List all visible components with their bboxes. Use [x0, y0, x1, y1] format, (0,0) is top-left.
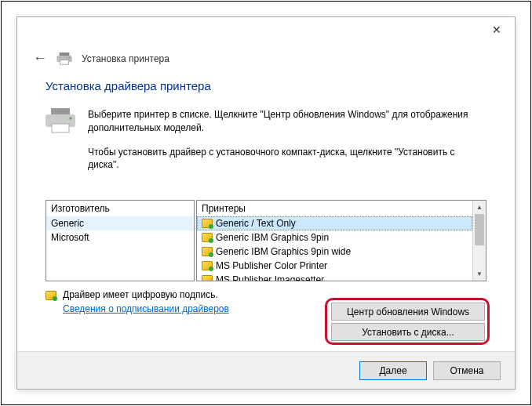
dialog-title: Установка принтера	[82, 53, 169, 64]
svg-point-3	[68, 56, 70, 58]
printer-item[interactable]: MS Publisher Color Printer	[197, 259, 472, 273]
certificate-icon	[46, 291, 56, 300]
annotation-highlight	[325, 298, 490, 345]
svg-rect-2	[60, 60, 68, 64]
back-arrow-icon[interactable]: ←	[33, 50, 47, 67]
manufacturer-header: Изготовитель	[46, 201, 194, 216]
svg-point-7	[69, 117, 72, 120]
printer-scrollbar[interactable]: ▲ ▼	[472, 201, 486, 281]
scroll-up-icon[interactable]: ▲	[473, 201, 486, 214]
signature-text: Драйвер имеет цифровую подпись.	[63, 289, 229, 300]
svg-rect-4	[51, 108, 70, 114]
scroll-down-icon[interactable]: ▼	[473, 267, 486, 281]
printer-icon	[56, 53, 72, 65]
printer-item[interactable]: Generic IBM Graphics 9pin wide	[197, 245, 472, 259]
printer-large-icon	[46, 108, 75, 133]
printer-item[interactable]: Generic IBM Graphics 9pin	[197, 230, 472, 245]
cancel-button[interactable]: Отмена	[433, 361, 501, 380]
svg-rect-6	[52, 124, 69, 132]
manufacturer-item[interactable]: Microsoft	[46, 230, 194, 245]
manufacturer-list[interactable]: Изготовитель Generic Microsoft	[46, 200, 195, 281]
printers-header: Принтеры	[197, 201, 472, 216]
next-button[interactable]: Далее	[359, 361, 427, 380]
add-printer-dialog: ✕ ← Установка принтера Установка драйвер…	[16, 16, 516, 390]
certificate-icon	[202, 275, 213, 281]
manufacturer-item[interactable]: Generic	[46, 216, 194, 230]
printer-item[interactable]: MS Publisher Imagesetter	[197, 273, 472, 281]
instruction-2: Чтобы установить драйвер с установочного…	[88, 146, 486, 172]
svg-rect-0	[60, 53, 70, 56]
printer-list[interactable]: Принтеры Generic / Text Only Generic IBM…	[196, 200, 486, 281]
certificate-icon	[202, 233, 213, 242]
certificate-icon	[202, 261, 213, 270]
certificate-icon	[202, 219, 213, 228]
certificate-icon	[202, 247, 213, 256]
page-heading: Установка драйвера принтера	[46, 79, 486, 92]
close-button[interactable]: ✕	[480, 19, 513, 41]
signature-info-link[interactable]: Сведения о подписывании драйверов	[63, 303, 229, 314]
instruction-1: Выберите принтер в списке. Щелкните "Цен…	[88, 108, 486, 135]
printer-item[interactable]: Generic / Text Only	[197, 216, 472, 230]
